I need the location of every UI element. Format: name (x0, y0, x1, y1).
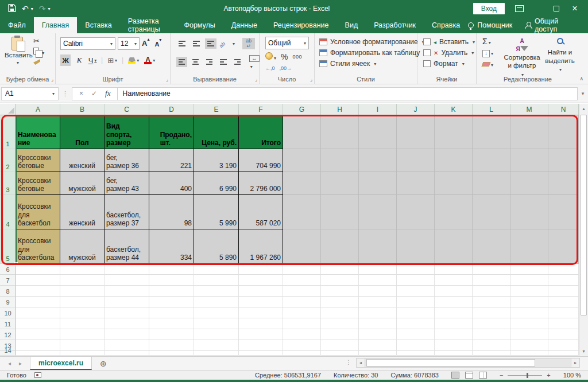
tab-разработчик[interactable]: Разработчик (366, 17, 424, 33)
cell-J4[interactable] (397, 195, 435, 229)
cell-F7[interactable] (239, 275, 283, 286)
formula-input[interactable]: Наименование (118, 87, 578, 100)
cell-G8[interactable] (283, 286, 321, 297)
cell-M12[interactable] (510, 329, 548, 340)
cell-K9[interactable] (435, 297, 473, 307)
row-header-11[interactable]: 11 (0, 318, 16, 329)
cell-K8[interactable] (435, 286, 473, 297)
cell-C13[interactable] (105, 340, 149, 351)
cell-A2[interactable]: Кроссовки беговые (16, 149, 60, 172)
cell-D11[interactable] (149, 318, 194, 329)
cell-M7[interactable] (510, 275, 548, 286)
cell-D6[interactable] (149, 264, 194, 275)
cell-L13[interactable] (473, 340, 510, 351)
cell-C2[interactable]: бег, размер 36 (105, 149, 149, 172)
cell-H6[interactable] (321, 264, 359, 275)
cell-M9[interactable] (510, 297, 548, 307)
cell-N1[interactable] (548, 115, 579, 149)
cell-D2[interactable]: 221 (149, 149, 194, 172)
cell-G5[interactable] (283, 229, 321, 264)
cell-K4[interactable] (435, 195, 473, 229)
delete-cells-button[interactable]: ✕Удалить▾ (423, 49, 475, 57)
cell-J1[interactable] (397, 115, 435, 149)
cell-F13[interactable] (239, 340, 283, 351)
cell-B5[interactable]: мужской (60, 229, 105, 264)
cell-D9[interactable] (149, 297, 194, 307)
sort-filter-button[interactable]: АЯ Сортировка и фильтр▾ (502, 37, 541, 78)
cell-E14[interactable] (194, 351, 239, 356)
column-header-J[interactable]: J (397, 104, 435, 115)
cell-C1[interactable]: Вид спорта, размер (105, 115, 149, 149)
format-cells-button[interactable]: Формат▾ (423, 60, 475, 68)
cell-J6[interactable] (397, 264, 435, 275)
fill-button[interactable]: ↓▾ (482, 49, 493, 57)
format-as-table-button[interactable]: Форматировать как таблицу▾ (319, 49, 426, 57)
cell-N4[interactable] (548, 195, 579, 229)
cell-I10[interactable] (359, 307, 397, 318)
cell-I8[interactable] (359, 286, 397, 297)
cell-H2[interactable] (321, 149, 359, 172)
cell-N10[interactable] (548, 307, 579, 318)
paste-button[interactable]: Вставить▾ (5, 37, 30, 65)
cell-M6[interactable] (510, 264, 548, 275)
cut-button[interactable]: ✂ (33, 37, 44, 45)
cell-A9[interactable] (16, 297, 60, 307)
cell-F4[interactable]: 587 020 (239, 195, 283, 229)
italic-button[interactable]: К (75, 54, 84, 66)
cell-L12[interactable] (473, 329, 510, 340)
cell-H13[interactable] (321, 340, 359, 351)
cell-N9[interactable] (548, 297, 579, 307)
cell-C11[interactable] (105, 318, 149, 329)
conditional-formatting-button[interactable]: Условное форматирование▾ (319, 38, 426, 46)
cell-E1[interactable]: Цена, руб. (194, 115, 239, 149)
cell-K2[interactable] (435, 149, 473, 172)
enter-icon[interactable]: ✓ (91, 89, 97, 98)
column-header-G[interactable]: G (283, 104, 321, 115)
cell-I2[interactable] (359, 149, 397, 172)
autosum-button[interactable]: Σ▾ (482, 37, 493, 46)
cell-B2[interactable]: женский (60, 149, 105, 172)
cell-J9[interactable] (397, 297, 435, 307)
tab-главная[interactable]: Главная (34, 17, 78, 33)
column-header-M[interactable]: M (510, 104, 548, 115)
cell-I12[interactable] (359, 329, 397, 340)
cell-N2[interactable] (548, 149, 579, 172)
tab-файл[interactable]: Файл (0, 17, 34, 33)
tab-разметка-страницы[interactable]: Разметка страницы (120, 17, 176, 33)
cell-C9[interactable] (105, 297, 149, 307)
cell-F14[interactable] (239, 351, 283, 356)
increase-indent-icon[interactable] (232, 57, 243, 67)
cell-F11[interactable] (239, 318, 283, 329)
expand-formula-bar-icon[interactable]: ▾ (578, 91, 588, 96)
decrease-font-icon[interactable]: А▾ (154, 40, 164, 48)
row-header-3[interactable]: 3 (0, 172, 16, 195)
column-header-L[interactable]: L (473, 104, 510, 115)
cell-I5[interactable] (359, 229, 397, 264)
cell-styles-button[interactable]: Стили ячеек▾ (319, 60, 426, 68)
scroll-up-icon[interactable]: ▴ (579, 104, 588, 114)
zoom-out-icon[interactable]: − (500, 372, 503, 379)
cell-D13[interactable] (149, 340, 194, 351)
cell-K14[interactable] (435, 351, 473, 356)
vertical-scroll-thumb[interactable] (581, 115, 587, 315)
cell-F9[interactable] (239, 297, 283, 307)
bold-button[interactable]: Ж (60, 54, 71, 66)
normal-view-icon[interactable] (451, 372, 459, 379)
align-top-icon[interactable] (176, 38, 188, 49)
cell-H11[interactable] (321, 318, 359, 329)
cell-D8[interactable] (149, 286, 194, 297)
tab-справка[interactable]: Справка (424, 17, 468, 33)
cell-I7[interactable] (359, 275, 397, 286)
cell-J11[interactable] (397, 318, 435, 329)
cell-M8[interactable] (510, 286, 548, 297)
row-header-12[interactable]: 12 (0, 329, 16, 340)
select-all-corner[interactable] (0, 104, 16, 115)
save-icon[interactable] (8, 4, 16, 13)
cancel-icon[interactable]: × (79, 89, 83, 98)
cell-B4[interactable]: женский (60, 195, 105, 229)
cell-H4[interactable] (321, 195, 359, 229)
cell-D7[interactable] (149, 275, 194, 286)
cell-L11[interactable] (473, 318, 510, 329)
sign-in-button[interactable]: Вход (473, 3, 505, 14)
cell-H1[interactable] (321, 115, 359, 149)
